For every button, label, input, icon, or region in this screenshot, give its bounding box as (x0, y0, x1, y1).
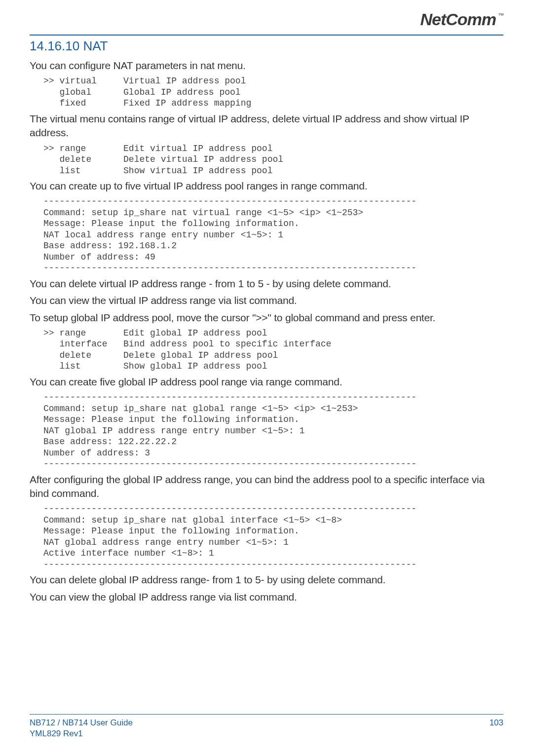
footer-left: NB712 / NB714 User Guide YML829 Rev1 (30, 718, 133, 739)
paragraph-delete-global: You can delete global IP address range- … (30, 573, 503, 587)
brand-logo: NetComm ™ (420, 10, 503, 29)
code-global-menu: >> range Edit global IP address pool int… (43, 328, 503, 372)
code-virtual-range: ----------------------------------------… (43, 196, 503, 274)
paragraph-global-range-intro: You can create five global IP address po… (30, 375, 503, 389)
paragraph-range-intro: You can create up to five virtual IP add… (30, 179, 503, 193)
code-virtual-menu: >> range Edit virtual IP address pool de… (43, 143, 503, 177)
paragraph-bind-intro: After configuring the global IP address … (30, 473, 503, 501)
paragraph-virtual-menu: The virtual menu contains range of virtu… (30, 112, 503, 140)
footer-rule (30, 714, 503, 715)
header-rule (30, 35, 503, 36)
footer-page-number: 103 (490, 718, 503, 739)
paragraph-list-global: You can view the global IP address range… (30, 590, 503, 604)
paragraph-list-virtual: You can view the virtual IP address rang… (30, 294, 503, 307)
code-nat-menu: >> virtual Virtual IP address pool globa… (43, 76, 503, 109)
page-footer: NB712 / NB714 User Guide YML829 Rev1 103 (30, 714, 503, 739)
paragraph-global-setup: To setup global IP address pool, move th… (30, 311, 503, 325)
logo-tm: ™ (498, 12, 503, 19)
footer-doc-title: NB712 / NB714 User Guide (30, 718, 133, 728)
footer-row: NB712 / NB714 User Guide YML829 Rev1 103 (30, 718, 503, 739)
code-global-interface: ----------------------------------------… (43, 503, 503, 570)
code-global-range: ----------------------------------------… (43, 392, 503, 470)
paragraph-intro: You can configure NAT parameters in nat … (30, 59, 503, 73)
logo-text: NetComm (420, 10, 496, 29)
paragraph-delete-virtual: You can delete virtual IP address range … (30, 277, 503, 291)
section-heading: 14.16.10 NAT (30, 38, 503, 54)
footer-doc-rev: YML829 Rev1 (30, 728, 133, 739)
